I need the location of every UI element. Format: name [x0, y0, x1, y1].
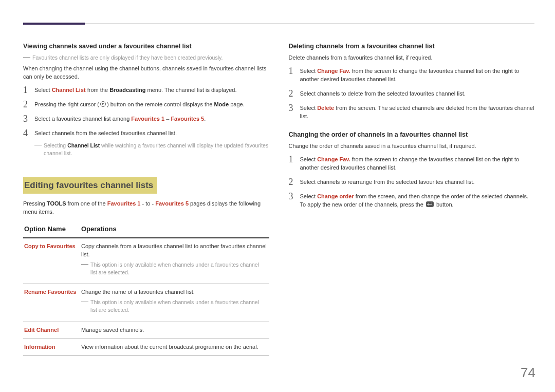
- content-columns: Viewing channels saved under a favourite…: [23, 40, 534, 356]
- red: Favourites 1: [131, 116, 164, 122]
- steps-deleting: 1 Select Change Fav. from the screen to …: [289, 67, 535, 121]
- dash-icon: [81, 302, 88, 302]
- heading-deleting: Deleting channels from a favourites chan…: [289, 42, 535, 51]
- left-column: Viewing channels saved under a favourite…: [23, 40, 269, 356]
- t: Select: [300, 193, 318, 199]
- para-order: Change the order of channels saved in a …: [289, 142, 535, 151]
- red: Change Fav.: [317, 156, 350, 162]
- note-updated-list: Selecting Channel List while watching a …: [34, 142, 269, 157]
- step-2: 2 Select channels to rearrange from the …: [289, 178, 535, 186]
- t: from one of the: [66, 200, 107, 207]
- red: Favourites 1: [107, 200, 141, 207]
- header-rule: [23, 23, 534, 24]
- heading-editing-highlight: Editing favourites channel lists: [23, 177, 157, 194]
- play-icon: [100, 101, 106, 107]
- page: Viewing channels saved under a favourite…: [0, 0, 555, 392]
- t: Select a favourites channel list among: [34, 116, 131, 122]
- red: Change Fav.: [317, 68, 350, 74]
- opt-name: Information: [23, 339, 80, 356]
- bold: Mode: [214, 101, 229, 107]
- step-number: 1: [289, 66, 300, 76]
- para-channel-buttons: When changing the channel using the chan…: [23, 65, 269, 81]
- bold: Broadcasting: [109, 87, 145, 93]
- step-number: 4: [23, 128, 34, 138]
- t: Select: [300, 105, 318, 111]
- step-3: 3 Select Change order from the screen, a…: [289, 193, 535, 209]
- bold: TOOLS: [47, 200, 66, 207]
- col-operations: Operations: [80, 221, 269, 238]
- t: Change the name of a favourites channel …: [81, 289, 195, 295]
- col-option-name: Option Name: [23, 221, 80, 238]
- heading-changing-order: Changing the order of channels in a favo…: [289, 130, 535, 139]
- step-1: 1 Select Channel List from the Broadcast…: [23, 86, 269, 95]
- t: .: [204, 116, 206, 122]
- right-column: Deleting channels from a favourites chan…: [289, 40, 535, 356]
- table-row: Copy to Favourites Copy channels from a …: [23, 238, 269, 284]
- step-number: 2: [289, 89, 300, 98]
- table-row: Information View information about the c…: [23, 339, 269, 356]
- dash-icon: [34, 145, 42, 145]
- bold: Channel List: [67, 142, 100, 148]
- step-number: 3: [23, 114, 34, 123]
- t: Select: [300, 156, 318, 162]
- table-row: Edit Channel Manage saved channels.: [23, 322, 269, 339]
- step-number: 2: [289, 177, 300, 186]
- opt-desc: View information about the current broad…: [80, 339, 269, 356]
- step-3: 3 Select a favourites channel list among…: [23, 115, 269, 123]
- opt-name: Rename Favourites: [23, 284, 80, 322]
- t: Copy channels from a favourites channel …: [81, 243, 267, 257]
- step-number: 3: [289, 103, 300, 113]
- red: Change order: [317, 193, 354, 199]
- t: button.: [435, 201, 454, 208]
- opt-note: This option is only available when chann…: [81, 261, 267, 276]
- opt-note: This option is only available when chann…: [81, 298, 267, 314]
- t: –: [164, 116, 171, 122]
- step-number: 3: [289, 192, 300, 201]
- para-tools: Pressing TOOLS from one of the Favourite…: [23, 200, 269, 216]
- t: Select: [34, 87, 52, 93]
- step-1: 1 Select Change Fav. from the screen to …: [289, 156, 535, 172]
- enter-icon: [426, 201, 434, 207]
- t: This option is only available when chann…: [90, 261, 267, 276]
- note-text: Favourites channel lists are only displa…: [32, 54, 223, 62]
- dash-icon: [23, 57, 30, 58]
- steps-order: 1 Select Change Fav. from the screen to …: [289, 156, 535, 209]
- red: Channel List: [52, 87, 86, 93]
- t: page.: [229, 101, 245, 107]
- t: Select: [300, 68, 318, 74]
- step-3: 3 Select Delete from the screen. The sel…: [289, 104, 535, 121]
- t: Pressing: [23, 200, 47, 207]
- page-number: 74: [521, 363, 535, 383]
- steps-viewing: 1 Select Channel List from the Broadcast…: [23, 86, 269, 160]
- options-table: Option Name Operations Copy to Favourite…: [23, 221, 269, 356]
- red: Favourites 5: [171, 116, 204, 122]
- step-2: 2 Select channels to delete from the sel…: [289, 90, 535, 98]
- header-accent: [23, 23, 85, 25]
- step-number: 2: [23, 100, 34, 109]
- red: Favourites 5: [155, 200, 189, 207]
- step-2: 2 Pressing the right cursor () button on…: [23, 101, 269, 109]
- t: Select channels to delete from the selec…: [300, 90, 466, 97]
- heading-viewing: Viewing channels saved under a favourite…: [23, 42, 269, 51]
- table-row: Rename Favourites Change the name of a f…: [23, 284, 269, 322]
- dash-icon: [81, 264, 88, 265]
- opt-desc: Manage saved channels.: [80, 322, 269, 339]
- t: Select channels to rearrange from the se…: [300, 179, 475, 185]
- para-delete: Delete channels from a favourites channe…: [289, 54, 535, 62]
- opt-name: Edit Channel: [23, 322, 80, 339]
- opt-desc: Copy channels from a favourites channel …: [80, 238, 269, 284]
- t: from the screen. The selected channels a…: [300, 105, 534, 119]
- t: ) button on the remote control displays …: [107, 101, 214, 107]
- step-1: 1 Select Change Fav. from the screen to …: [289, 67, 535, 84]
- step-number: 1: [23, 85, 34, 95]
- t: - to -: [140, 200, 155, 207]
- step-number: 1: [289, 155, 300, 164]
- t: from the: [86, 87, 109, 93]
- step-4: 4 Select channels from the selected favo…: [23, 129, 269, 160]
- t: Pressing the right cursor (: [34, 101, 99, 107]
- opt-desc: Change the name of a favourites channel …: [80, 284, 269, 322]
- t: Select channels from the selected favour…: [34, 130, 177, 136]
- opt-name: Copy to Favourites: [23, 238, 80, 284]
- red: Delete: [317, 105, 334, 111]
- t: Selecting: [44, 142, 67, 148]
